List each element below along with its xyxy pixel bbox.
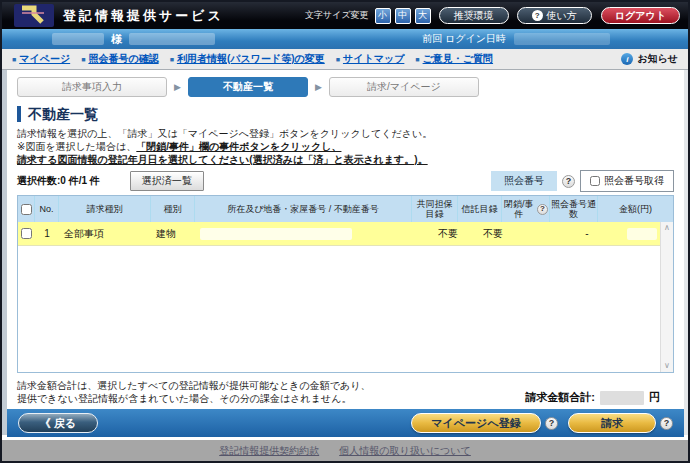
row-kyodo: 不要: [425, 222, 471, 245]
page-title: 不動産一覧: [17, 106, 674, 122]
question-icon: ?: [532, 10, 543, 21]
step-property-list: 不動産一覧: [188, 77, 308, 97]
instruction-line-3: 請求する図面情報の登記年月日を選択してください(選択済みは「済」と表示されます。…: [17, 153, 674, 166]
user-name-redacted: [52, 33, 104, 45]
main-content: 請求事項入力 ▶ 不動産一覧 ▶ 請求/マイページ 不動産一覧 請求情報を選択の…: [2, 70, 688, 435]
bullet-icon: ■: [81, 56, 85, 63]
font-size-small-button[interactable]: 小: [375, 8, 391, 24]
row-request-type: 全部事項: [59, 222, 151, 245]
header-heisa-jiken: 閉鎖/事件 ?: [502, 196, 550, 222]
back-button[interactable]: 《 戻る: [18, 413, 98, 433]
nav-bar: ■マイページ ■照会番号の確認 ■利用者情報(パスワード等)の変更 ■サイトマッ…: [2, 49, 688, 70]
summary-row: 請求金額合計は、選択したすべての登記情報が提供可能なときの金額であり、 提供でき…: [17, 379, 674, 405]
table-row: 1 全部事項 建物 不要 不要 -: [18, 222, 673, 246]
row-shintaku: 不要: [471, 222, 515, 245]
font-size-large-button[interactable]: 大: [415, 8, 431, 24]
scroll-down-icon[interactable]: ∨: [664, 362, 670, 370]
action-buttons: マイページへ登録 ? 請求 ?: [411, 413, 673, 433]
step-request-entry: 請求事項入力: [17, 77, 167, 97]
table-body: 1 全部事項 建物 不要 不要 - ∧ ∨: [18, 222, 673, 372]
last-login-group: 前回 ログイン日時: [422, 32, 610, 46]
bullet-icon: ■: [170, 56, 174, 63]
top-bar: 登記情報提供サービス 文字サイズ変更 小 中 大 推奨環境 ?使い方 ログアウト: [2, 2, 688, 29]
selection-row: 選択件数:0 件/1 件 選択済一覧 照会番号 ? 照会番号取得: [17, 170, 674, 192]
step-arrow-icon: ▶: [174, 82, 181, 92]
step-indicator: 請求事項入力 ▶ 不動産一覧 ▶ 請求/マイページ: [17, 77, 674, 97]
footer-bar: 登記情報提供契約約款 個人情報の取り扱いについて: [2, 440, 688, 461]
register-mypage-button[interactable]: マイページへ登録: [411, 413, 541, 433]
address-redacted: [200, 228, 352, 240]
last-login-label: 前回 ログイン日時: [422, 32, 506, 46]
amount-redacted: [627, 228, 657, 240]
row-no: 1: [35, 222, 59, 245]
recommended-env-button[interactable]: 推奨環境: [439, 7, 509, 24]
nav-item-shokai-kakunin[interactable]: ■照会番号の確認: [81, 52, 158, 66]
table-scrollbar[interactable]: ∧ ∨: [660, 222, 673, 372]
table-header-row: No. 請求種別 種別 所在及び地番・家屋番号 / 不動産番号 共同担保目録 信…: [18, 196, 673, 222]
user-bar: 様 前回 ログイン日時: [2, 29, 688, 49]
header-no: No.: [35, 196, 59, 222]
nav-item-sitemap[interactable]: ■サイトマップ: [336, 52, 405, 66]
heisa-help-icon[interactable]: ?: [537, 204, 548, 215]
logout-button[interactable]: ログアウト: [601, 7, 680, 24]
shokai-checkbox[interactable]: [590, 176, 600, 186]
font-size-label: 文字サイズ変更: [305, 9, 369, 22]
shokai-help-icon[interactable]: ?: [562, 175, 575, 188]
nav-item-feedback[interactable]: ■ご意見・ご質問: [415, 52, 493, 66]
scroll-up-icon[interactable]: ∧: [664, 224, 670, 232]
font-size-medium-button[interactable]: 中: [395, 8, 411, 24]
bullet-icon: ■: [415, 56, 419, 63]
bullet-icon: ■: [336, 56, 340, 63]
user-id-redacted: [129, 33, 215, 45]
property-table: No. 請求種別 種別 所在及び地番・家屋番号 / 不動産番号 共同担保目録 信…: [17, 195, 674, 373]
row-checkbox-cell: [18, 222, 35, 245]
selected-list-button[interactable]: 選択済一覧: [130, 171, 204, 191]
header-request-type: 請求種別: [59, 196, 151, 222]
shokai-checkbox-label: 照会番号取得: [604, 174, 664, 188]
app-window: 登記情報提供サービス 文字サイズ変更 小 中 大 推奨環境 ?使い方 ログアウト…: [0, 0, 690, 463]
billing-note-2: 提供できない登記情報が含まれていた場合、その分の課金はされません。: [17, 392, 371, 405]
row-checkbox[interactable]: [21, 228, 32, 239]
row-type: 建物: [151, 222, 195, 245]
row-heisa: [515, 222, 563, 245]
row-address: [195, 222, 425, 245]
step-request-mypage: 請求/マイページ: [329, 77, 479, 97]
header-address: 所在及び地番・家屋番号 / 不動産番号: [195, 196, 412, 222]
user-name-suffix: 様: [111, 32, 122, 47]
header-shintaku: 信託目録: [458, 196, 502, 222]
request-button[interactable]: 請求: [568, 413, 656, 433]
service-logo-icon: [14, 4, 54, 27]
instructions: 請求情報を選択の上、「請求」又は「マイページへ登録」ボタンをクリックしてください…: [17, 127, 674, 166]
total-amount-label: 請求金額合計:: [525, 390, 595, 405]
action-bar: 《 戻る マイページへ登録 ? 請求 ?: [7, 409, 684, 437]
footer-link-contract[interactable]: 登記情報提供契約約款: [219, 444, 319, 458]
total-amount-redacted: [600, 391, 644, 405]
total-amount-group: 請求金額合計: 円: [525, 390, 674, 405]
select-all-checkbox[interactable]: [21, 204, 32, 215]
step-arrow-icon: ▶: [315, 82, 322, 92]
shokai-group: 照会番号 ? 照会番号取得: [491, 170, 674, 192]
selected-count: 選択件数:0 件/1 件: [17, 174, 100, 188]
header-type: 種別: [151, 196, 195, 222]
instruction-line-2: ※図面を選択した場合は、「閉鎖/事件」欄の事件ボタンをクリックし、: [17, 140, 674, 153]
notice-link[interactable]: iお知らせ: [621, 52, 678, 66]
request-help-icon[interactable]: ?: [660, 417, 673, 430]
last-login-datetime-redacted: [514, 33, 610, 45]
bullet-icon: ■: [12, 56, 16, 63]
shokai-number-label: 照会番号: [491, 171, 557, 191]
row-tsusu: -: [563, 222, 611, 245]
total-amount-unit: 円: [649, 390, 660, 405]
header-kyodo-tanpo: 共同担保目録: [412, 196, 458, 222]
billing-notes: 請求金額合計は、選択したすべての登記情報が提供可能なときの金額であり、 提供でき…: [17, 379, 371, 405]
instruction-line-1: 請求情報を選択の上、「請求」又は「マイページへ登録」ボタンをクリックしてください…: [17, 127, 674, 140]
footer-link-privacy[interactable]: 個人情報の取り扱いについて: [339, 444, 471, 458]
header-tsusu: 照会番号通数: [550, 196, 598, 222]
mypage-help-icon[interactable]: ?: [545, 417, 558, 430]
billing-note-1: 請求金額合計は、選択したすべての登記情報が提供可能なときの金額であり、: [17, 379, 371, 392]
help-button[interactable]: ?使い方: [517, 7, 592, 24]
top-bar-controls: 文字サイズ変更 小 中 大 推奨環境 ?使い方 ログアウト: [305, 7, 680, 24]
nav-item-user-info[interactable]: ■利用者情報(パスワード等)の変更: [170, 52, 325, 66]
app-title: 登記情報提供サービス: [63, 7, 224, 25]
shokai-checkbox-box: 照会番号取得: [580, 170, 674, 192]
nav-item-mypage[interactable]: ■マイページ: [12, 52, 70, 66]
